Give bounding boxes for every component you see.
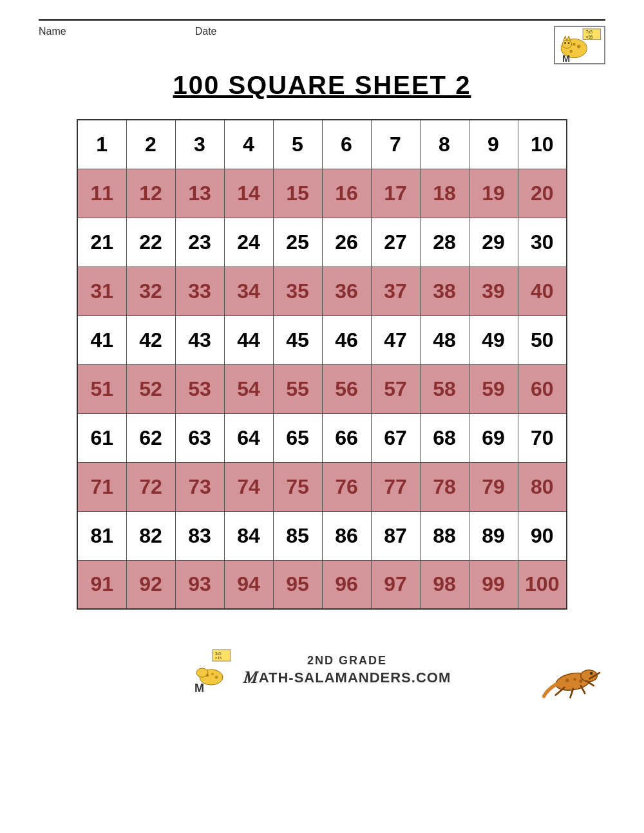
grid-cell: 34 [224, 267, 273, 315]
grid-cell: 12 [126, 169, 175, 218]
grid-cell: 86 [322, 511, 371, 560]
grid-cell: 88 [420, 511, 469, 560]
grid-cell: 61 [77, 413, 126, 462]
grid-cell: 91 [77, 560, 126, 609]
grid-cell: 55 [273, 364, 322, 413]
hundred-grid: 1234567891011121314151617181920212223242… [77, 119, 567, 610]
grid-cell: 11 [77, 169, 126, 218]
grid-cell: 37 [371, 267, 420, 315]
grid-cell: 59 [469, 364, 518, 413]
svg-point-34 [579, 679, 582, 682]
grid-cell: 4 [224, 120, 273, 169]
grid-cell: 33 [175, 267, 224, 315]
grid-cell: 26 [322, 218, 371, 267]
grid-cell: 39 [469, 267, 518, 315]
grid-cell: 97 [371, 560, 420, 609]
grid-cell: 74 [224, 462, 273, 511]
page: Name Date 7x5 =35 [0, 0, 644, 833]
grid-cell: 56 [322, 364, 371, 413]
grid-cell: 13 [175, 169, 224, 218]
grid-cell: 5 [273, 120, 322, 169]
grid-cell: 93 [175, 560, 224, 609]
grid-cell: 63 [175, 413, 224, 462]
footer-grade: 2ND GRADE [243, 654, 451, 668]
grid-cell: 96 [322, 560, 371, 609]
grid-cell: 24 [224, 218, 273, 267]
grid-cell: 98 [420, 560, 469, 609]
grid-cell: 51 [77, 364, 126, 413]
date-label: Date [195, 26, 217, 37]
table-row: 81828384858687888990 [77, 511, 567, 560]
grid-cell: 19 [469, 169, 518, 218]
grid-cell: 29 [469, 218, 518, 267]
grid-cell: 57 [371, 364, 420, 413]
grid-cell: 58 [420, 364, 469, 413]
svg-text:=35: =35 [585, 34, 592, 39]
grid-cell: 71 [77, 462, 126, 511]
grid-cell: 17 [371, 169, 420, 218]
grid-cell: 6 [322, 120, 371, 169]
grid-cell: 46 [322, 315, 371, 364]
table-row: 11121314151617181920 [77, 169, 567, 218]
table-row: 31323334353637383940 [77, 267, 567, 315]
table-row: 61626364656667686970 [77, 413, 567, 462]
grid-cell: 28 [420, 218, 469, 267]
svg-point-21 [211, 673, 214, 675]
grid-cell: 21 [77, 218, 126, 267]
grid-cell: 76 [322, 462, 371, 511]
table-row: 12345678910 [77, 120, 567, 169]
footer-area: 3x5 =15 M 2ND GRADE 𝑀 ATH-SALAMANDERS.CO… [39, 648, 605, 693]
footer-m-icon: 𝑀 [243, 668, 258, 688]
grid-cell: 52 [126, 364, 175, 413]
grid-cell: 8 [420, 120, 469, 169]
grid-cell: 84 [224, 511, 273, 560]
svg-point-9 [562, 40, 572, 48]
name-date-area: Name Date [39, 26, 216, 37]
footer-logo-center: 3x5 =15 M 2ND GRADE 𝑀 ATH-SALAMANDERS.CO… [193, 648, 451, 693]
svg-point-12 [564, 42, 566, 44]
grid-cell: 15 [273, 169, 322, 218]
svg-point-20 [205, 674, 209, 677]
svg-text:7x5: 7x5 [585, 30, 592, 34]
grid-cell: 100 [518, 560, 567, 609]
grid-cell: 18 [420, 169, 469, 218]
title-section: 100 SQUARE SHEET 2 [39, 71, 605, 100]
grid-cell: 40 [518, 267, 567, 315]
svg-text:=15: =15 [215, 656, 222, 660]
svg-text:M: M [562, 53, 570, 63]
table-row: 919293949596979899100 [77, 560, 567, 609]
grid-cell: 47 [371, 315, 420, 364]
table-row: 21222324252627282930 [77, 218, 567, 267]
grid-cell: 72 [126, 462, 175, 511]
grid-cell: 7 [371, 120, 420, 169]
svg-text:M: M [194, 682, 204, 693]
grid-cell: 35 [273, 267, 322, 315]
grid-cell: 80 [518, 462, 567, 511]
grid-cell: 70 [518, 413, 567, 462]
grid-cell: 54 [224, 364, 273, 413]
grid-cell: 43 [175, 315, 224, 364]
grid-cell: 60 [518, 364, 567, 413]
grid-cell: 79 [469, 462, 518, 511]
grid-cell: 99 [469, 560, 518, 609]
grid-cell: 22 [126, 218, 175, 267]
grid-cell: 50 [518, 315, 567, 364]
grid-cell: 25 [273, 218, 322, 267]
grid-cell: 30 [518, 218, 567, 267]
grid-cell: 31 [77, 267, 126, 315]
table-row: 41424344454647484950 [77, 315, 567, 364]
grid-cell: 16 [322, 169, 371, 218]
grid-cell: 67 [371, 413, 420, 462]
grid-cell: 81 [77, 511, 126, 560]
grid-cell: 73 [175, 462, 224, 511]
grid-cell: 90 [518, 511, 567, 560]
grid-cell: 27 [371, 218, 420, 267]
grid-cell: 45 [273, 315, 322, 364]
grid-cell: 53 [175, 364, 224, 413]
grid-cell: 41 [77, 315, 126, 364]
svg-point-32 [565, 679, 569, 682]
grid-cell: 69 [469, 413, 518, 462]
grid-cell: 85 [273, 511, 322, 560]
grid-cell: 68 [420, 413, 469, 462]
grid-cell: 75 [273, 462, 322, 511]
